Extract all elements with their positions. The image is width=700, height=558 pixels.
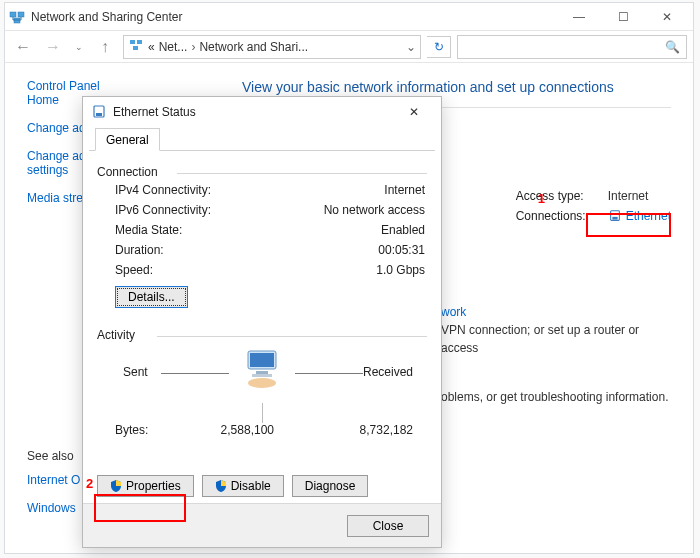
ethernet-status-dialog: Ethernet Status ✕ General Connection IPv… [82, 96, 442, 548]
see-also-link[interactable]: Internet O [27, 473, 80, 487]
see-also-link[interactable]: Windows [27, 501, 80, 515]
close-button[interactable]: Close [347, 515, 429, 537]
svg-rect-7 [137, 40, 142, 44]
tab-strip: General [89, 127, 435, 151]
nav-toolbar: ← → ⌄ ↑ « Net... › Network and Shari... … [5, 31, 693, 63]
received-label: Received [363, 365, 413, 379]
annotation-1: 1 [538, 191, 545, 206]
shield-icon [110, 480, 122, 492]
dialog-close-button[interactable]: ✕ [395, 99, 433, 125]
bytes-sent-value: 2,588,100 [205, 423, 274, 437]
app-icon [9, 9, 25, 25]
tab-general[interactable]: General [95, 128, 160, 151]
location-icon [128, 37, 144, 56]
svg-rect-14 [250, 353, 274, 367]
media-state-value: Enabled [381, 223, 425, 237]
connection-group-label: Connection [97, 165, 427, 179]
breadcrumb-dropdown-icon[interactable]: ⌄ [406, 40, 416, 54]
breadcrumb[interactable]: « Net... › Network and Shari... ⌄ [123, 35, 421, 59]
activity-diagram: Sent Received [109, 343, 415, 423]
titlebar: Network and Sharing Center — ☐ ✕ [5, 3, 693, 31]
nav-forward-button[interactable]: → [41, 35, 65, 59]
svg-rect-6 [130, 40, 135, 44]
nav-back-button[interactable]: ← [11, 35, 35, 59]
dialog-titlebar: Ethernet Status ✕ [83, 97, 441, 127]
sent-label: Sent [123, 365, 148, 379]
refresh-button[interactable]: ↻ [427, 36, 451, 58]
ethernet-icon [91, 104, 107, 120]
recent-locations-dropdown[interactable]: ⌄ [75, 42, 83, 52]
svg-rect-8 [133, 46, 138, 50]
svg-rect-10 [612, 217, 617, 220]
ipv6-value: No network access [324, 203, 425, 217]
access-type-value: Internet [608, 189, 649, 203]
minimize-button[interactable]: — [557, 3, 601, 31]
connections-label: Connections: [516, 209, 608, 223]
details-button[interactable]: Details... [115, 286, 188, 308]
window-title: Network and Sharing Center [31, 10, 182, 24]
duration-value: 00:05:31 [378, 243, 425, 257]
diagnose-button[interactable]: Diagnose [292, 475, 369, 497]
see-also: See also Internet O Windows [27, 449, 80, 529]
disable-button[interactable]: Disable [202, 475, 284, 497]
speed-value: 1.0 Gbps [376, 263, 425, 277]
nav-up-button[interactable]: ↑ [93, 35, 117, 59]
search-icon: 🔍 [665, 40, 680, 54]
properties-button[interactable]: Properties [97, 475, 194, 497]
shield-icon [215, 480, 227, 492]
access-type-label: Access type: [516, 189, 608, 203]
bytes-label: Bytes: [115, 423, 205, 437]
svg-rect-0 [10, 12, 16, 17]
computer-icon [240, 347, 284, 394]
svg-rect-16 [252, 374, 272, 377]
page-heading: View your basic network information and … [242, 79, 671, 95]
partial-text-2: oblems, or get troubleshooting informati… [441, 388, 671, 406]
close-window-button[interactable]: ✕ [645, 3, 689, 31]
svg-point-17 [248, 378, 276, 388]
bytes-received-value: 8,732,182 [344, 423, 413, 437]
ipv4-value: Internet [384, 183, 425, 197]
svg-rect-15 [256, 371, 268, 374]
connection-link[interactable]: Ethernet [608, 209, 671, 223]
maximize-button[interactable]: ☐ [601, 3, 645, 31]
ethernet-icon [608, 209, 622, 223]
dialog-title: Ethernet Status [113, 105, 196, 119]
svg-rect-12 [96, 113, 102, 116]
search-input[interactable]: 🔍 [457, 35, 687, 59]
svg-rect-1 [18, 12, 24, 17]
activity-group-label: Activity [97, 328, 427, 342]
partial-text-1: work VPN connection; or set up a router … [441, 303, 671, 357]
annotation-2: 2 [86, 476, 93, 491]
